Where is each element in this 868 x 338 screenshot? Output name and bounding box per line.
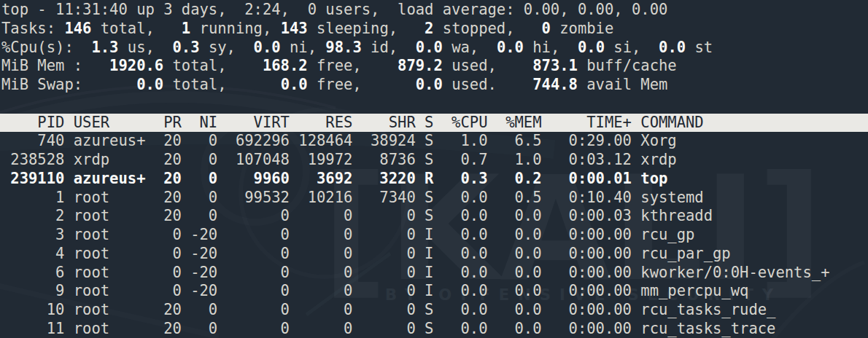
process-table-header: PID USER PR NI VIRT RES SHR S %CPU %MEM … <box>0 114 868 133</box>
summary-value: 0.0 <box>416 39 443 56</box>
summary-text: MiB Swap: <box>1 76 136 93</box>
blank-line <box>0 95 868 114</box>
summary-text: zombie <box>551 20 613 37</box>
uptime-line: top - 11:31:40 up 3 days, 2:24, 0 users,… <box>0 1 868 20</box>
process-row-6: 6 root 0 -20 0 0 0 I 0.0 0.0 0:00.00 kwo… <box>0 264 868 283</box>
summary-value: 98.3 <box>325 39 361 56</box>
process-row-740: 740 azureus+ 20 0 692296 128464 38924 S … <box>0 132 868 151</box>
summary-value: 744.8 <box>532 76 578 93</box>
summary-text: free, <box>308 57 398 74</box>
cpu-line: %Cpu(s): 1.3 us, 0.3 sy, 0.0 ni, 98.3 id… <box>0 39 868 58</box>
process-row-3: 3 root 0 -20 0 0 0 I 0.0 0.0 0:00.00 rcu… <box>0 226 868 245</box>
summary-value: 0.3 <box>173 39 200 56</box>
summary-value: 0 <box>542 20 551 37</box>
summary-text: total, <box>163 76 280 93</box>
top-output: top - 11:31:40 up 3 days, 2:24, 0 users,… <box>0 0 868 338</box>
tasks-line: Tasks: 146 total, 1 running, 143 sleepin… <box>0 20 868 39</box>
process-row-1: 1 root 20 0 99532 10216 7340 S 0.0 0.5 0… <box>0 189 868 208</box>
process-row-4: 4 root 0 -20 0 0 0 I 0.0 0.0 0:00.00 rcu… <box>0 245 868 264</box>
summary-text: used, <box>443 57 532 74</box>
process-row-11: 11 root 20 0 0 0 0 S 0.0 0.0 0:00.00 rcu… <box>0 320 868 338</box>
summary-text: id, <box>362 39 416 56</box>
summary-value: 2 <box>425 20 433 37</box>
summary-text: ni, <box>281 39 326 56</box>
summary-text: sleeping, <box>308 20 425 37</box>
process-row-239110: 239110 azureus+ 20 0 9960 3692 3220 R 0.… <box>0 170 868 189</box>
summary-text: us, <box>118 39 172 56</box>
process-list: 740 azureus+ 20 0 692296 128464 38924 S … <box>0 132 868 338</box>
summary-value: 1.3 <box>91 39 118 56</box>
summary-text: Tasks: <box>1 20 64 37</box>
summary-value: 0.0 <box>254 39 281 56</box>
summary-value: 143 <box>281 20 308 37</box>
mem-line: MiB Mem : 1920.6 total, 168.2 free, 879.… <box>0 57 868 76</box>
summary-value: 1920.6 <box>109 57 163 74</box>
summary-text: sy, <box>200 39 254 56</box>
summary-value: 0.0 <box>497 39 524 56</box>
process-row-2: 2 root 20 0 0 0 0 S 0.0 0.0 0:00.03 kthr… <box>0 207 868 226</box>
swap-line: MiB Swap: 0.0 total, 0.0 free, 0.0 used.… <box>0 76 868 95</box>
summary-value: 168.2 <box>263 57 308 74</box>
summary-text: st <box>686 39 713 56</box>
summary-value: 0.0 <box>659 39 686 56</box>
summary-text: buff/cache <box>578 57 677 74</box>
summary-text: si, <box>605 39 659 56</box>
summary-value: 0.0 <box>578 39 605 56</box>
summary-text: avail Mem <box>578 76 667 93</box>
summary-text: wa, <box>443 39 497 56</box>
summary-text: hi, <box>524 39 578 56</box>
summary-text: total, <box>163 57 263 74</box>
summary-value: 146 <box>64 20 91 37</box>
process-row-238528: 238528 xrdp 20 0 107048 19972 8736 S 0.7… <box>0 151 868 170</box>
process-row-9: 9 root 0 -20 0 0 0 I 0.0 0.0 0:00.00 mm_… <box>0 282 868 301</box>
summary-value: 1 <box>182 20 190 37</box>
process-row-10: 10 root 20 0 0 0 0 S 0.0 0.0 0:00.00 rcu… <box>0 301 868 320</box>
summary-value: 0.0 <box>281 76 308 93</box>
summary-value: 0.0 <box>136 76 163 93</box>
summary-text: free, <box>308 76 416 93</box>
summary-text: running, <box>190 20 280 37</box>
summary-text: MiB Mem : <box>1 57 109 74</box>
terminal-window[interactable]: [KALI] BY OFFENSIVE SECURITY top - 11:31… <box>0 0 868 338</box>
summary-text: total, <box>91 20 181 37</box>
summary-value: 0.0 <box>416 76 443 93</box>
summary-area: top - 11:31:40 up 3 days, 2:24, 0 users,… <box>0 1 868 95</box>
summary-value: 879.2 <box>398 57 443 74</box>
summary-text: %Cpu(s): <box>1 39 91 56</box>
summary-text: top - 11:31:40 up 3 days, 2:24, 0 users,… <box>1 1 667 18</box>
summary-value: 873.1 <box>532 57 578 74</box>
summary-text: stopped, <box>433 20 541 37</box>
summary-text: used. <box>443 76 532 93</box>
